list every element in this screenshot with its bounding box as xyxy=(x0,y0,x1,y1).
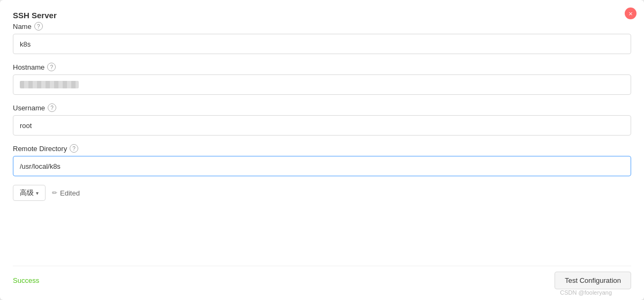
username-field-group: Username ? xyxy=(13,103,631,136)
name-label: Name ? xyxy=(13,22,631,31)
name-help-icon[interactable]: ? xyxy=(34,22,43,31)
edited-indicator: ✏ Edited xyxy=(52,189,80,197)
hostname-input-wrapper[interactable] xyxy=(13,74,631,95)
hostname-blurred-value xyxy=(20,81,79,88)
username-label: Username ? xyxy=(13,103,631,112)
hostname-field-group: Hostname ? xyxy=(13,63,631,95)
remote-directory-field-group: Remote Directory ? xyxy=(13,144,631,176)
close-button[interactable]: × xyxy=(625,8,636,19)
advanced-label: 高级 xyxy=(20,188,34,198)
ssh-server-dialog: × SSH Server Name ? Hostname ? Username … xyxy=(0,0,644,300)
test-configuration-button[interactable]: Test Configuration xyxy=(555,272,631,289)
remote-directory-input[interactable] xyxy=(13,156,631,176)
remote-directory-help-icon[interactable]: ? xyxy=(70,144,78,153)
username-input[interactable] xyxy=(13,115,631,136)
name-field-group: Name ? xyxy=(13,22,631,54)
success-status: Success xyxy=(13,276,39,284)
hostname-help-icon[interactable]: ? xyxy=(47,63,56,71)
chevron-down-icon: ▾ xyxy=(36,190,39,196)
pencil-icon: ✏ xyxy=(52,189,57,197)
remote-directory-label: Remote Directory ? xyxy=(13,144,631,153)
edited-text: Edited xyxy=(60,189,80,197)
dialog-footer: Success Test Configuration xyxy=(13,266,631,289)
dialog-title: SSH Server xyxy=(13,11,631,20)
hostname-label: Hostname ? xyxy=(13,63,631,71)
watermark: CSDN @fooleryang xyxy=(560,289,612,296)
close-icon: × xyxy=(628,10,633,17)
advanced-row: 高级 ▾ ✏ Edited xyxy=(13,185,631,201)
advanced-button[interactable]: 高级 ▾ xyxy=(13,185,46,201)
name-input[interactable] xyxy=(13,34,631,54)
username-help-icon[interactable]: ? xyxy=(48,103,56,112)
